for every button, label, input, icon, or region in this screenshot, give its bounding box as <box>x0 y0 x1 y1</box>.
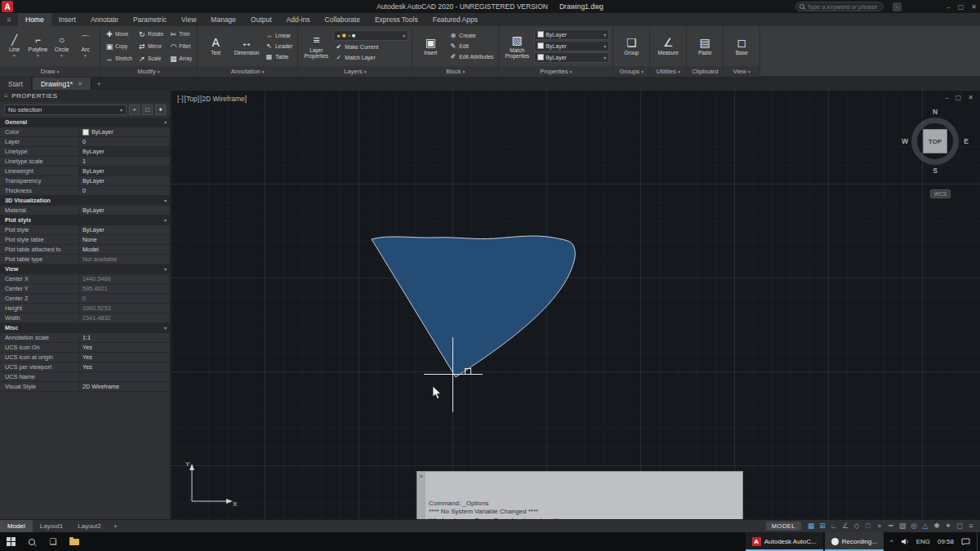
ribbon-tool-button[interactable]: ↖ Leader <box>264 42 294 51</box>
compass-south[interactable]: S <box>933 167 938 175</box>
ribbon-tool-button[interactable]: ⌒ Arc <box>74 34 96 58</box>
panel-label-utilities[interactable]: Utilities <box>650 66 686 77</box>
ribbon-tool-button[interactable]: ↗ Scale <box>136 52 165 64</box>
ribbon-tool-button[interactable]: ✚ Move <box>104 28 134 40</box>
property-row[interactable]: Linetype scale 1 ▾ <box>0 157 170 167</box>
isodraft-icon[interactable]: ◇ <box>851 522 862 531</box>
quick-select-icon[interactable]: ✦ <box>155 104 166 115</box>
toggle-pickadd-icon[interactable]: + <box>129 104 140 115</box>
layout-tab[interactable]: Layout1 <box>33 520 70 533</box>
property-row[interactable]: View ▾ <box>0 264 170 274</box>
ribbon-tool-button[interactable]: ✎ Edit <box>448 42 495 51</box>
ribbon-tool-button[interactable]: ◠ Fillet <box>167 40 194 52</box>
group-button[interactable]: ❏ Group <box>617 36 646 56</box>
collapse-section-icon[interactable]: ▾ <box>164 119 167 125</box>
ribbon-tab[interactable]: Express Tools <box>368 13 425 26</box>
panel-label-groups[interactable]: Groups <box>613 66 649 77</box>
notification-icon[interactable] <box>961 538 970 545</box>
match-properties-button[interactable]: ▧ Match Properties <box>502 33 532 60</box>
compass-east[interactable]: E <box>964 137 969 145</box>
viewport-close-icon[interactable]: ✕ <box>968 94 973 101</box>
annotation-visibility-icon[interactable]: △ <box>920 522 931 531</box>
layout-tab[interactable]: Model <box>0 520 33 533</box>
search-input[interactable] <box>807 3 880 11</box>
ribbon-tool-button[interactable]: ⇄ Mirror <box>136 40 165 52</box>
polar-tracking-icon[interactable]: ∠ <box>840 522 851 531</box>
select-objects-icon[interactable]: □ <box>142 104 153 115</box>
panel-label-clipboard[interactable]: Clipboard <box>687 66 723 77</box>
property-row[interactable]: UCS icon On Yes ▾ <box>0 343 170 353</box>
property-row[interactable]: General ▾ <box>0 118 170 127</box>
file-tab[interactable]: Start ✕ <box>0 78 32 90</box>
property-row[interactable]: Plot style ByLayer ▾ <box>0 225 170 235</box>
collapse-section-icon[interactable]: ▾ <box>164 325 167 331</box>
ribbon-tool-button[interactable]: ▦ Array <box>167 52 194 64</box>
show-desktop-button[interactable] <box>977 532 980 551</box>
property-row[interactable]: UCS Name ▾ <box>0 372 170 382</box>
ribbon-tab[interactable]: Manage <box>203 13 243 26</box>
ribbon-tab[interactable]: Insert <box>51 13 83 26</box>
property-row[interactable]: UCS per viewport Yes ▾ <box>0 362 170 372</box>
viewport-control[interactable]: [Top] <box>185 95 199 103</box>
viewcube-top-face[interactable]: TOP <box>923 129 947 153</box>
property-row[interactable]: Lineweight ByLayer ▾ <box>0 167 170 176</box>
property-row[interactable]: Layer 0 ▾ <box>0 137 170 147</box>
selection-dropdown[interactable]: No selection <box>4 104 127 115</box>
otrack-icon[interactable]: ⌖ <box>874 522 885 531</box>
app-close-button[interactable]: ✕ <box>971 3 977 11</box>
layer-select-dropdown[interactable]: ● ✱ ▪ ■ <box>333 30 408 41</box>
ribbon-tool-button[interactable]: ↔ Linear <box>264 31 294 41</box>
property-row[interactable]: 3D Visualization ▾ <box>0 196 170 206</box>
panel-label-properties[interactable]: Properties <box>499 66 612 77</box>
collapse-section-icon[interactable]: ▾ <box>164 198 167 203</box>
property-row[interactable]: Center X 1440.5466 ▾ <box>0 274 170 284</box>
tray-chevron-up-icon[interactable]: ^ <box>890 538 893 545</box>
file-explorer-icon[interactable] <box>64 532 85 551</box>
property-row[interactable]: Center Z 0 ▾ <box>0 294 170 304</box>
clock[interactable]: 09:58 <box>938 538 954 545</box>
property-row[interactable]: Plot style table None ▾ <box>0 235 170 245</box>
taskbar-search-icon[interactable] <box>21 532 42 551</box>
collapse-section-icon[interactable]: ▾ <box>164 266 167 272</box>
file-tab[interactable]: Drawing1* ✕ <box>33 78 91 90</box>
ribbon-tool-button[interactable]: ⌐ Polyline <box>27 34 49 58</box>
task-view-icon[interactable]: ❏ <box>42 532 64 551</box>
new-layout-button[interactable]: + <box>109 520 122 533</box>
property-row[interactable]: Thickness 0 ▾ <box>0 186 170 196</box>
ribbon-tool-button[interactable]: ✓ Match Layer <box>333 52 408 62</box>
property-row[interactable]: Plot style ▾ <box>0 216 170 225</box>
panel-label-layers[interactable]: Layers <box>298 66 412 77</box>
ribbon-tool-button[interactable]: ▦ Table <box>264 52 294 62</box>
collapse-section-icon[interactable]: ▾ <box>164 217 167 223</box>
insert-block-button[interactable]: ▣ Insert <box>416 36 445 56</box>
new-drawing-button[interactable]: + <box>92 78 105 90</box>
panel-label-annotation[interactable]: Annotation <box>198 66 297 77</box>
compass-west[interactable]: W <box>902 137 908 145</box>
sign-in-icon[interactable]: ◦ <box>893 2 902 11</box>
property-row[interactable]: Plot table type Not available ▾ <box>0 255 170 264</box>
wcs-dropdown[interactable]: WCS <box>930 189 951 198</box>
panel-label-modify[interactable]: Modify <box>100 66 197 77</box>
property-row[interactable]: UCS icon at origin Yes ▾ <box>0 353 170 362</box>
ribbon-tool-button[interactable]: ⊕ Create <box>448 31 495 41</box>
viewport-control[interactable]: [2D Wireframe] <box>200 95 247 103</box>
ribbon-tool-button[interactable]: ✐ Edit Attributes <box>448 52 495 62</box>
taskbar-app-button[interactable]: A Autodesk AutoC... <box>746 532 823 551</box>
viewport-control[interactable]: [-] <box>177 95 184 103</box>
measure-button[interactable]: ∠ Measure <box>653 36 683 56</box>
layout-tab[interactable]: Layout2 <box>70 520 108 533</box>
property-row[interactable]: Misc ▾ <box>0 323 170 333</box>
ribbon-tab[interactable]: Annotate <box>83 13 126 26</box>
layer-properties-button[interactable]: ≡ Layer Properties <box>301 33 331 60</box>
ribbon-tab[interactable]: Collaborate <box>317 13 367 26</box>
close-tab-icon[interactable]: ✕ <box>78 81 82 87</box>
palette-menu-icon[interactable]: ≡ <box>4 92 8 100</box>
paste-button[interactable]: ▤ Paste <box>690 36 719 56</box>
property-row[interactable]: Plot table attached to Model ▾ <box>0 245 170 255</box>
viewport-minimize-icon[interactable]: – <box>945 94 948 101</box>
ribbon-tab[interactable]: Parametric <box>126 13 174 26</box>
app-restore-button[interactable]: ▢ <box>958 3 964 11</box>
ribbon-tab[interactable]: Add-ins <box>279 13 318 26</box>
panel-label-block[interactable]: Block <box>412 66 498 77</box>
selection-cycling-icon[interactable]: ◎ <box>908 522 920 531</box>
